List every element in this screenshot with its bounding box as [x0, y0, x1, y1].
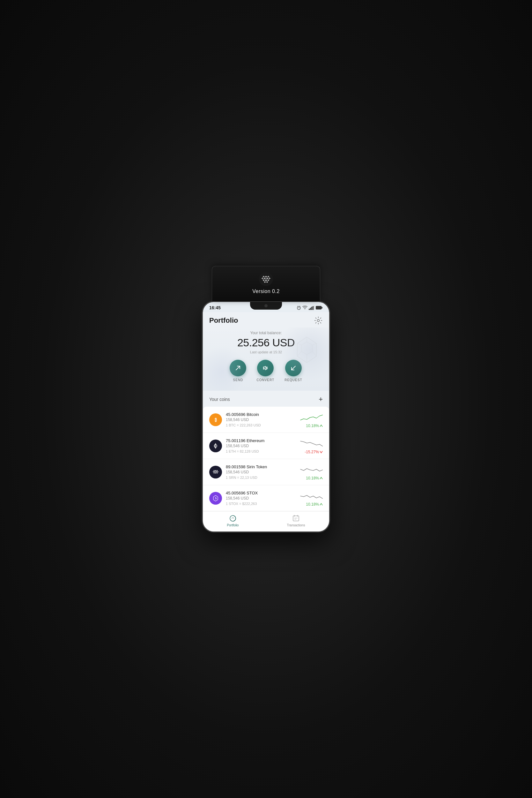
status-bar: 16:45 — [203, 302, 329, 312]
svg-rect-47 — [316, 306, 322, 309]
srn-rate: 1 SRN = 22,13 USD — [226, 476, 295, 479]
wifi-icon — [302, 306, 307, 310]
page-title: Portfolio — [209, 316, 238, 325]
coin-item-stox[interactable]: 𝕊 45.005696 STOX 158,546 USD 1 STOX = $2… — [203, 485, 329, 511]
srn-change: 10.18% — [306, 476, 323, 480]
eth-change: -15.27% — [305, 450, 323, 454]
svg-line-54 — [297, 351, 301, 356]
logo-icon — [259, 272, 273, 286]
settings-icon[interactable] — [314, 316, 323, 325]
stox-info: 45.005696 STOX 158,546 USD 1 STOX = $222… — [226, 491, 295, 506]
btc-icon: ₿ — [209, 413, 222, 426]
status-icons — [297, 306, 323, 310]
eth-logo — [212, 442, 219, 450]
srn-name: 89.001598 Sirin Token — [226, 465, 295, 469]
btc-chart-area: 10.18% — [299, 411, 323, 428]
svg-line-92 — [216, 472, 217, 473]
svg-rect-96 — [293, 516, 299, 521]
app-header: Portfolio — [203, 312, 329, 327]
coin-item-btc[interactable]: ₿ 45.005696 Bitcoin 158,546 USD 1 BTC = … — [203, 407, 329, 433]
coins-title: Your coins — [209, 397, 230, 402]
svg-line-85 — [215, 471, 216, 472]
coins-header: Your coins + — [203, 391, 329, 407]
coin-list: ₿ 45.005696 Bitcoin 158,546 USD 1 BTC = … — [203, 407, 329, 511]
add-coin-button[interactable]: + — [319, 395, 323, 403]
convert-button[interactable] — [257, 360, 274, 376]
svg-line-91 — [215, 472, 216, 473]
phone-device: 16:45 — [202, 301, 330, 532]
balance-section: Your total balance: 25.256 USD Last upda… — [203, 327, 329, 391]
srn-chart — [299, 464, 323, 475]
stox-icon: 𝕊 — [209, 492, 222, 505]
coin-item-eth[interactable]: 75.001196 Ethereum 158,546 USD 1 ETH = 8… — [203, 433, 329, 459]
svg-rect-44 — [311, 307, 312, 310]
btc-name: 45.005696 Bitcoin — [226, 412, 295, 417]
eth-rate: 1 ETH = 82,128 USD — [226, 450, 295, 453]
portfolio-nav-icon — [229, 514, 237, 522]
eth-chart-area: -15.27% — [299, 437, 323, 454]
stox-logo: 𝕊 — [211, 494, 220, 503]
stox-usd: 158,546 USD — [226, 496, 295, 501]
svg-line-89 — [214, 472, 215, 473]
srn-info: 89.001598 Sirin Token 158,546 USD 1 SRN … — [226, 465, 295, 479]
bottom-nav: Portfolio Transactions — [203, 511, 329, 531]
srn-logo — [211, 468, 220, 476]
device-wrapper: Version 0.2 16:45 — [202, 266, 330, 532]
stox-change: 10.18% — [306, 502, 323, 507]
stox-chart-area: 10.18% — [299, 490, 323, 507]
eth-info: 75.001196 Ethereum 158,546 USD 1 ETH = 8… — [226, 438, 295, 453]
portfolio-nav-label: Portfolio — [227, 524, 239, 527]
svg-rect-45 — [312, 306, 314, 310]
eth-name: 75.001196 Ethereum — [226, 438, 295, 443]
svg-line-55 — [312, 351, 317, 356]
svg-line-87 — [217, 471, 218, 472]
svg-point-0 — [259, 272, 273, 286]
svg-point-49 — [317, 320, 320, 322]
coins-section: Your coins + ₿ 45.005696 Bitcoin 158,546… — [203, 391, 329, 511]
btc-usd: 158,546 USD — [226, 418, 295, 422]
svg-rect-42 — [309, 309, 310, 310]
svg-line-53 — [312, 343, 317, 345]
signal-icon — [309, 306, 315, 310]
svg-line-41 — [300, 306, 300, 307]
svg-rect-43 — [310, 308, 311, 310]
svg-rect-48 — [322, 307, 323, 309]
transactions-nav-label: Transactions — [287, 524, 305, 527]
svg-line-40 — [298, 306, 298, 307]
svg-line-52 — [297, 343, 301, 345]
notch-camera — [264, 304, 268, 307]
svg-line-88 — [213, 472, 214, 473]
nav-transactions[interactable]: Transactions — [287, 514, 305, 527]
btc-rate: 1 BTC = 222,263 USD — [226, 423, 295, 427]
convert-arrows-icon — [262, 365, 269, 371]
svg-line-93 — [217, 472, 218, 473]
version-text: Version 0.2 — [252, 289, 280, 294]
srn-usd: 158,546 USD — [226, 470, 295, 474]
svg-line-82 — [213, 471, 214, 472]
side-button-right — [329, 343, 330, 366]
svg-line-83 — [214, 471, 215, 472]
nav-portfolio[interactable]: Portfolio — [227, 514, 239, 527]
convert-action[interactable]: CONVERT — [256, 360, 274, 382]
svg-line-90 — [215, 472, 216, 473]
srn-icon — [209, 466, 222, 478]
eth-down-arrow-icon — [320, 450, 323, 454]
stox-rate: 1 STOX = $222,263 — [226, 502, 295, 506]
srn-chart-area: 10.18% — [299, 464, 323, 480]
svg-line-84 — [215, 471, 216, 472]
svg-text:𝕊: 𝕊 — [215, 497, 216, 500]
side-button-left — [202, 340, 203, 358]
coin-item-srn[interactable]: 89.001598 Sirin Token 158,546 USD 1 SRN … — [203, 459, 329, 485]
btc-chart — [299, 411, 323, 422]
battery-icon — [316, 306, 323, 310]
watermark-logo — [291, 334, 323, 372]
eth-icon — [209, 439, 222, 452]
stox-name: 45.005696 STOX — [226, 491, 295, 495]
btc-up-arrow-icon — [320, 424, 323, 428]
srn-up-arrow-icon — [320, 476, 323, 480]
stox-chart — [299, 490, 323, 501]
svg-line-86 — [216, 471, 217, 472]
top-bar: Version 0.2 — [212, 266, 320, 301]
convert-label: CONVERT — [256, 378, 274, 382]
btc-info: 45.005696 Bitcoin 158,546 USD 1 BTC = 22… — [226, 412, 295, 427]
